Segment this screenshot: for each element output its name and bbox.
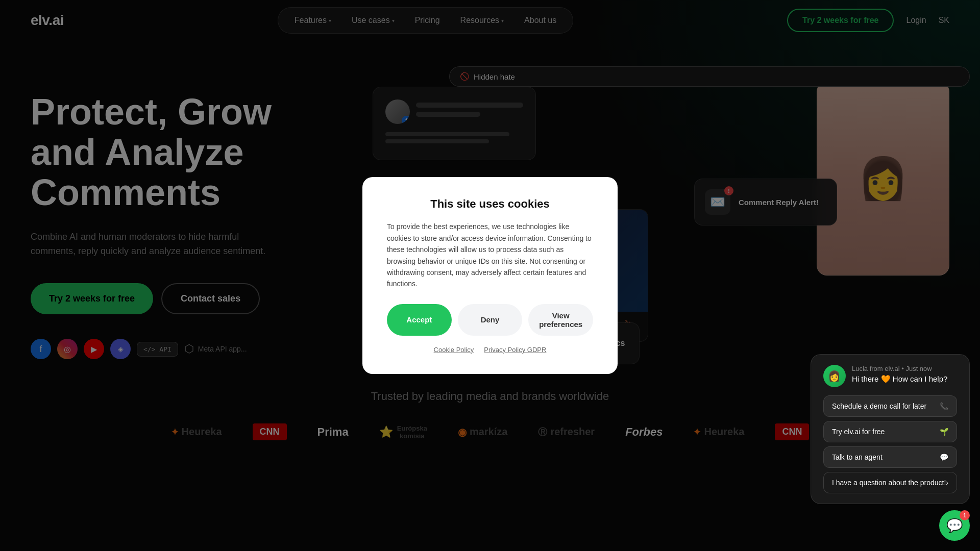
chat-agent-info: Lucia from elv.ai • Just now Hi there 🧡 …	[852, 365, 947, 384]
cookie-policy-links: Cookie Policy Privacy Policy GDPR	[387, 346, 593, 354]
question-label: I have a question about the product!	[832, 479, 946, 487]
chat-bubble: 👩 Lucia from elv.ai • Just now Hi there …	[811, 354, 970, 504]
cookie-modal-buttons: Accept Deny View preferences	[387, 304, 593, 336]
chat-try-free-button[interactable]: Try elv.ai for free 🌱	[823, 421, 957, 442]
phone-icon: 📞	[940, 402, 948, 410]
chat-fab-notification-badge: 1	[960, 510, 970, 520]
chat-icon: 💬	[940, 453, 948, 461]
chat-schedule-demo-button[interactable]: Schedule a demo call for later 📞	[823, 395, 957, 417]
chat-agent-name: Lucia from elv.ai • Just now	[852, 365, 947, 372]
cookie-modal-title: This site uses cookies	[387, 197, 593, 211]
cookie-accept-button[interactable]: Accept	[387, 304, 452, 336]
cookie-view-preferences-button[interactable]: View preferences	[528, 304, 593, 336]
chat-question-button[interactable]: I have a question about the product! ›	[823, 472, 957, 493]
cookie-modal: This site uses cookies To provide the be…	[362, 177, 618, 373]
chat-agent-avatar: 👩	[823, 365, 846, 387]
arrow-icon: ›	[946, 479, 948, 487]
leaf-icon: 🌱	[940, 428, 948, 436]
cookie-modal-description: To provide the best experiences, we use …	[387, 221, 593, 289]
chat-fab-button[interactable]: 💬 1	[939, 510, 970, 541]
cookie-deny-button[interactable]: Deny	[458, 304, 523, 336]
try-free-label: Try elv.ai for free	[832, 428, 885, 436]
chat-widget: 👩 Lucia from elv.ai • Just now Hi there …	[811, 354, 970, 541]
gdpr-policy-link[interactable]: Privacy Policy GDPR	[484, 346, 546, 354]
chat-message-text: Hi there 🧡 How can I help?	[852, 374, 947, 384]
chat-agent-row: 👩 Lucia from elv.ai • Just now Hi there …	[823, 365, 957, 387]
schedule-demo-label: Schedule a demo call for later	[832, 402, 926, 410]
cookie-policy-link[interactable]: Cookie Policy	[434, 346, 474, 354]
chat-actions: Schedule a demo call for later 📞 Try elv…	[823, 395, 957, 493]
chat-talk-to-agent-button[interactable]: Talk to an agent 💬	[823, 446, 957, 468]
talk-agent-label: Talk to an agent	[832, 453, 883, 461]
